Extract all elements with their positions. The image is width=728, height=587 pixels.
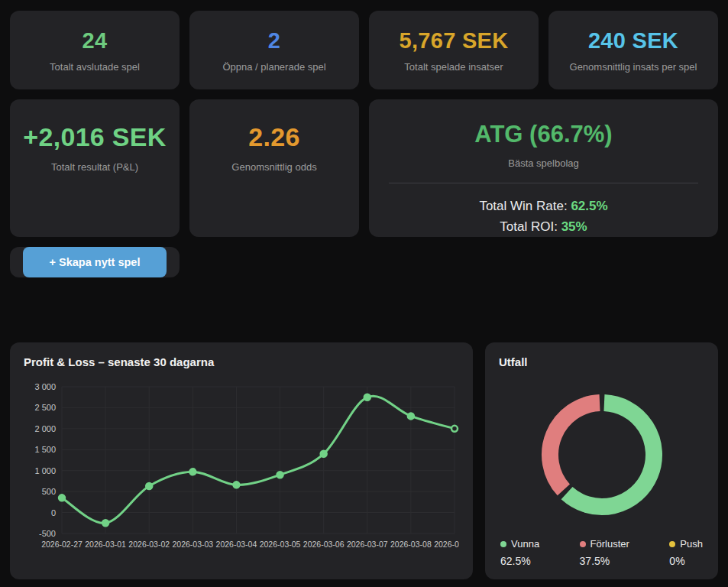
outcome-donut-chart (499, 368, 704, 538)
legend-label: Förluster (590, 538, 629, 550)
svg-text:2026-03-02: 2026-03-02 (128, 540, 170, 549)
svg-text:500: 500 (42, 487, 56, 496)
total-roi-line: Total ROI: 35% (387, 216, 700, 237)
svg-text:1 000: 1 000 (34, 466, 56, 475)
stat-card-total-stakes: 5,767 SEK Totalt spelade insatser (369, 11, 539, 89)
svg-text:2026-02-27: 2026-02-27 (41, 540, 83, 549)
legend-label: Push (680, 538, 703, 550)
stat-card-avg-odds: 2.26 Genomsnittlig odds (189, 99, 359, 237)
stat-card-total-result: +2,016 SEK Totalt resultat (P&L) (10, 99, 180, 237)
stat-label: Totalt resultat (P&L) (51, 161, 138, 173)
stat-value: +2,016 SEK (23, 122, 166, 152)
stat-value: 5,767 SEK (400, 28, 509, 54)
best-bookmaker-card: ATG (66.7%) Bästa spelbolag Total Win Ra… (369, 99, 718, 237)
divider (389, 183, 698, 183)
svg-text:2026-03-07: 2026-03-07 (347, 540, 388, 549)
best-bookmaker-value: ATG (66.7%) (387, 121, 700, 148)
vunna-dot-icon (500, 541, 506, 547)
svg-text:2026-03-04: 2026-03-04 (216, 540, 257, 549)
pnl-line-chart: 3 0002 5002 0001 5001 0005000-5002026-02… (24, 379, 459, 570)
pnl-chart-card: Profit & Loss – senaste 30 dagarna 3 000… (10, 342, 473, 579)
win-rate-value: 62.5% (571, 199, 607, 213)
stat-card-avg-stake: 240 SEK Genomsnittlig insats per spel (548, 11, 718, 89)
svg-text:2 500: 2 500 (34, 403, 56, 412)
stats-row-1: 24 Totalt avslutade spel 2 Öppna / plane… (10, 11, 718, 89)
svg-text:-500: -500 (39, 529, 56, 538)
stat-label: Genomsnittlig odds (231, 161, 316, 173)
legend-item-push[interactable]: Push 0% (669, 538, 703, 567)
svg-text:3 000: 3 000 (34, 382, 56, 391)
total-win-rate-line: Total Win Rate: 62.5% (387, 196, 700, 216)
svg-text:2026-03-03: 2026-03-03 (172, 540, 213, 549)
stat-value: 240 SEK (588, 28, 678, 54)
stat-label: Genomsnittlig insats per spel (570, 61, 697, 73)
outcome-legend: Vunna 62.5% Förluster 37.5% Push (499, 538, 704, 569)
outcome-chart-title: Utfall (499, 355, 704, 368)
dashboard: 24 Totalt avslutade spel 2 Öppna / plane… (0, 0, 728, 585)
stat-card-total-finished: 24 Totalt avslutade spel (10, 11, 180, 89)
svg-text:0: 0 (51, 508, 56, 517)
svg-text:2026-03-09: 2026-03-09 (434, 540, 459, 549)
create-bet-card: + Skapa nytt spel (10, 247, 180, 277)
svg-text:2026-03-05: 2026-03-05 (260, 540, 301, 549)
legend-percent: 0% (669, 555, 703, 567)
stat-value: 2 (268, 28, 280, 54)
stats-row-2: +2,016 SEK Totalt resultat (P&L) 2.26 Ge… (10, 99, 718, 237)
roi-value: 35% (561, 219, 587, 234)
forluster-dot-icon (580, 541, 586, 547)
charts-row: Profit & Loss – senaste 30 dagarna 3 000… (10, 342, 718, 575)
outcome-chart-card: Utfall Vunna 62.5% Förluster 37.5% (485, 342, 718, 579)
pnl-chart-title: Profit & Loss – senaste 30 dagarna (24, 355, 459, 368)
stat-label: Totalt avslutade spel (50, 61, 140, 73)
svg-text:2026-03-01: 2026-03-01 (85, 540, 126, 549)
push-dot-icon (669, 541, 675, 547)
stat-label: Öppna / planerade spel (222, 61, 325, 73)
win-rate-label: Total Win Rate: (479, 199, 571, 213)
stat-label: Totalt spelade insatser (404, 61, 503, 73)
svg-text:2026-03-06: 2026-03-06 (303, 540, 345, 549)
actions-row: + Skapa nytt spel (10, 247, 718, 326)
stat-card-open-planned: 2 Öppna / planerade spel (189, 11, 359, 89)
svg-text:2 000: 2 000 (34, 424, 56, 433)
svg-text:1 500: 1 500 (34, 445, 56, 454)
roi-label: Total ROI: (500, 219, 561, 234)
legend-item-vunna[interactable]: Vunna 62.5% (500, 538, 539, 567)
legend-item-forluster[interactable]: Förluster 37.5% (580, 538, 629, 567)
create-new-bet-button[interactable]: + Skapa nytt spel (23, 247, 167, 277)
legend-percent: 62.5% (500, 555, 539, 567)
best-bookmaker-label: Bästa spelbolag (387, 157, 700, 169)
legend-percent: 37.5% (580, 555, 629, 567)
stat-value: 2.26 (248, 122, 299, 152)
legend-label: Vunna (511, 538, 539, 550)
stat-value: 24 (83, 28, 108, 54)
svg-text:2026-03-08: 2026-03-08 (390, 540, 432, 549)
